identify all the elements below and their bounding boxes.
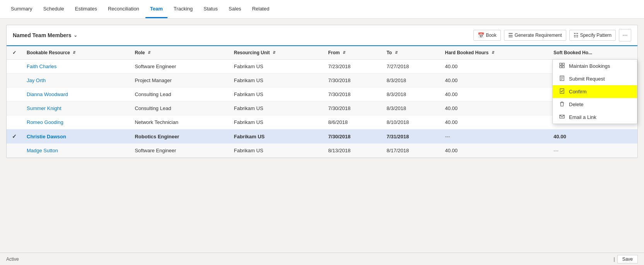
row-select-romeo[interactable] [7,115,22,129]
cell-to-faith: 7/27/2018 [382,60,440,74]
row-select-madge[interactable] [7,144,22,158]
cell-name-christie[interactable]: Christie Dawson [22,129,130,144]
row-select-summer[interactable] [7,102,22,115]
cell-name-dianna[interactable]: Dianna Woodward [22,88,130,102]
cell-hard-madge: 40.00 [440,144,549,158]
link-christie-dawson[interactable]: Christie Dawson [27,134,66,139]
row-checked-icon: ✓ [12,133,17,139]
cell-role-madge: Software Engineer [130,144,229,158]
select-all-header[interactable]: ✓ [7,46,22,60]
book-button[interactable]: 📅 Book [473,30,501,41]
cell-role-dianna: Consulting Lead [130,88,229,102]
link-romeo-gooding[interactable]: Romeo Gooding [27,119,63,125]
generate-requirement-button[interactable]: ☰ Generate Requirement [504,30,566,41]
menu-delete-label: Delete [569,102,584,107]
sort-from-icon: ⇵ [343,51,346,55]
table-row: Madge Sutton Software Engineer Fabrikam … [7,144,637,158]
cell-role-summer: Consulting Lead [130,102,229,115]
col-role-label: Role [135,50,145,55]
col-role[interactable]: Role ⇵ [130,46,229,60]
cell-from-jay: 7/30/2018 [323,74,382,88]
cell-name-romeo[interactable]: Romeo Gooding [22,115,130,129]
svg-rect-3 [562,66,564,68]
cell-name-jay[interactable]: Jay Orth [22,74,130,88]
more-options-button[interactable]: ··· [619,29,631,41]
cell-unit-christie: Fabrikam US [229,129,324,144]
cell-from-madge: 8/13/2018 [323,144,382,158]
cell-unit-romeo: Fabrikam US [229,115,324,129]
svg-rect-0 [560,63,562,65]
chevron-down-icon[interactable]: ⌄ [73,33,77,38]
menu-email-label: Email a Link [569,114,596,120]
menu-item-maintain-bookings[interactable]: Maintain Bookings [553,60,637,72]
col-resourcing-unit-label: Resourcing Unit [234,50,270,55]
col-resourcing-unit[interactable]: Resourcing Unit ⇵ [229,46,324,60]
link-madge-sutton[interactable]: Madge Sutton [27,148,58,153]
col-from[interactable]: From ⇵ [323,46,382,60]
book-label: Book [486,33,496,38]
link-summer-knight[interactable]: Summer Knight [27,105,61,111]
cell-role-romeo: Network Technician [130,115,229,129]
menu-item-submit-request[interactable]: Submit Request [553,72,637,85]
row-select-dianna[interactable] [7,88,22,102]
link-jay-orth[interactable]: Jay Orth [27,77,46,83]
row-select-jay[interactable] [7,74,22,88]
cell-to-christie: 7/31/2018 [382,129,440,144]
menu-item-confirm[interactable]: Confirm [553,85,637,98]
email-icon [559,114,565,120]
link-faith-charles[interactable]: Faith Charles [27,64,56,69]
cell-soft-madge: --- [549,144,637,158]
trash-icon [559,101,565,108]
nav-related[interactable]: Related [248,0,274,18]
section-actions: 📅 Book ☰ Generate Requirement ☷ Specify … [473,29,631,41]
cell-role-jay: Project Manager [130,74,229,88]
main-content: Named Team Members ⌄ 📅 Book ☰ Generate R… [0,19,644,253]
col-bookable-resource[interactable]: Bookable Resource ⇵ [22,46,130,60]
menu-item-email-link[interactable]: Email a Link [553,111,637,124]
table-row: Romeo Gooding Network Technician Fabrika… [7,115,637,129]
col-to-label: To [386,50,392,55]
cell-hard-summer: 40.00 [440,102,549,115]
calendar-icon: 📅 [478,32,484,38]
cell-from-christie: 7/30/2018 [323,129,382,144]
cell-name-faith[interactable]: Faith Charles [22,60,130,74]
table-row-selected: ✓ Christie Dawson Robotics Engineer Fabr… [7,129,637,144]
row-select-christie[interactable]: ✓ [7,129,22,144]
cell-to-romeo: 8/10/2018 [382,115,440,129]
cell-unit-summer: Fabrikam US [229,102,324,115]
cell-unit-faith: Fabrikam US [229,60,324,74]
cell-unit-dianna: Fabrikam US [229,88,324,102]
generate-icon: ☰ [508,32,513,38]
cell-name-summer[interactable]: Summer Knight [22,102,130,115]
select-all-checkbox[interactable]: ✓ [12,50,16,55]
nav-schedule[interactable]: Schedule [39,0,69,18]
specify-pattern-button[interactable]: ☷ Specify Pattern [569,30,616,41]
specify-label: Specify Pattern [580,33,612,38]
sort-to-icon: ⇵ [395,51,398,55]
col-hard-booked[interactable]: Hard Booked Hours ⇵ [440,46,549,60]
col-bookable-resource-label: Bookable Resource [27,50,70,55]
table-row: Dianna Woodward Consulting Lead Fabrikam… [7,88,637,102]
nav-sales[interactable]: Sales [224,0,246,18]
col-to[interactable]: To ⇵ [382,46,440,60]
nav-team[interactable]: Team [145,0,167,18]
nav-estimates[interactable]: Estimates [70,0,102,18]
cell-hard-christie: --- [440,129,549,144]
cell-unit-madge: Fabrikam US [229,144,324,158]
col-from-label: From [328,50,340,55]
nav-reconciliation[interactable]: Reconciliation [103,0,144,18]
context-menu: Maintain Bookings Submit Request [552,59,637,124]
cell-from-romeo: 8/6/2018 [323,115,382,129]
nav-summary[interactable]: Summary [6,0,37,18]
row-select-faith[interactable] [7,60,22,74]
cell-from-summer: 7/30/2018 [323,102,382,115]
link-dianna-woodward[interactable]: Dianna Woodward [27,91,68,97]
menu-item-delete[interactable]: Delete [553,98,637,111]
nav-tracking[interactable]: Tracking [169,0,197,18]
menu-confirm-label: Confirm [569,89,587,95]
nav-status[interactable]: Status [199,0,222,18]
team-members-table: ✓ Bookable Resource ⇵ Role ⇵ Resourcing … [7,46,637,158]
cell-to-jay: 8/3/2018 [382,74,440,88]
cell-name-madge[interactable]: Madge Sutton [22,144,130,158]
sort-resourcing-unit-icon: ⇵ [273,51,276,55]
